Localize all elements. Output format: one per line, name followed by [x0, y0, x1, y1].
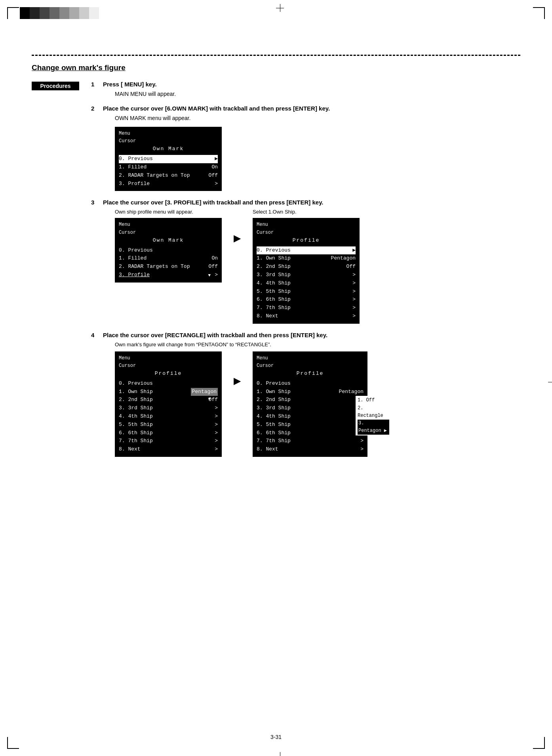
screen-2-right: Menu Cursor Profile 0. Previous ▶ 1. Own…	[253, 218, 360, 323]
screen-1-menu: Menu	[119, 130, 218, 137]
step-1-block: 1 Press [ MENU] key. MAIN MENU will appe…	[91, 81, 520, 97]
screen-1-row-2: 2. RADAR Targets on Top Off	[119, 172, 218, 180]
corner-bracket-br	[533, 737, 545, 749]
step-4-left-col: Menu Cursor Profile 0. Previous 1. Own S…	[115, 351, 222, 457]
step-4-sub: Own mark's figure will change from “PENT…	[115, 342, 520, 457]
screen-1-row-0: 0. Previous ▶	[119, 155, 218, 163]
step-3-sub-right: Select 1.Own Ship.	[253, 209, 360, 215]
screen-1-row-3: 3. Profile >	[119, 180, 218, 188]
step-3-left-col: Own ship profile menu will appear. Menu …	[115, 209, 222, 282]
step-1-sub: MAIN MENU will appear.	[115, 91, 520, 97]
step-3-block: 3 Place the cursor over [3. PROFILE] wit…	[91, 199, 520, 323]
step-3-right-col: Select 1.Own Ship. Menu Cursor Profile 0…	[253, 209, 360, 323]
step-4-block: 4 Place the cursor over [RECTANGLE] with…	[91, 332, 520, 457]
section-title: Change own mark's figure	[32, 63, 520, 72]
step-3-num: 3	[91, 199, 103, 206]
steps-area: 1 Press [ MENU] key. MAIN MENU will appe…	[91, 81, 520, 465]
screen-3-left: Menu Cursor Profile 0. Previous 1. Own S…	[115, 351, 222, 457]
step-2: 2 Place the cursor over [6.OWN MARK] wit…	[91, 105, 520, 112]
step-2-num: 2	[91, 105, 103, 112]
step-4-sub-text: Own mark's figure will change from “PENT…	[115, 342, 520, 347]
screen-1-cursor: Cursor	[119, 137, 218, 145]
step-4: 4 Place the cursor over [RECTANGLE] with…	[91, 332, 520, 338]
procedures-badge: Procedures	[32, 82, 79, 90]
corner-bracket-tr	[533, 7, 545, 19]
step-1-num: 1	[91, 81, 103, 88]
corner-bracket-bl	[7, 737, 19, 749]
screen-2-left: Menu Cursor Own Mark 0. Previous 1. Fill…	[115, 218, 222, 282]
arrow-step3: ▶	[234, 209, 241, 244]
step-4-num: 4	[91, 332, 103, 338]
step-2-sub: OWN MARK menu will appear.	[115, 115, 520, 121]
step-4-right-col: Menu Cursor Profile 0. Previous 1. Own S…	[253, 351, 367, 457]
step-3: 3 Place the cursor over [3. PROFILE] wit…	[91, 199, 520, 206]
step-1: 1 Press [ MENU] key.	[91, 81, 520, 88]
main-content: Change own mark's figure Procedures 1 Pr…	[32, 63, 520, 469]
step-3-subs: Own ship profile menu will appear. Menu …	[115, 209, 520, 323]
corner-bracket-tl	[7, 7, 19, 19]
grayscale-swatches	[20, 7, 99, 19]
arrow-step4: ▶	[234, 351, 241, 386]
page-number: 3-31	[270, 734, 282, 740]
step-3-text: Place the cursor over [3. PROFILE] with …	[103, 199, 324, 206]
step-2-block: 2 Place the cursor over [6.OWN MARK] wit…	[91, 105, 520, 191]
step-1-text: Press [ MENU] key.	[103, 81, 157, 88]
screen-1-wrap: Menu Cursor Own Mark 0. Previous ▶ 1. Fi…	[115, 127, 520, 191]
screen-1-row-1: 1. Filled On	[119, 163, 218, 172]
dashed-divider	[32, 55, 520, 56]
screen-3-right: Menu Cursor Profile 0. Previous 1. Own S…	[253, 351, 367, 457]
step-3-screens-row: Own ship profile menu will appear. Menu …	[115, 209, 520, 323]
step-4-screens-row: Menu Cursor Profile 0. Previous 1. Own S…	[115, 351, 520, 457]
screen-1: Menu Cursor Own Mark 0. Previous ▶ 1. Fi…	[115, 127, 222, 191]
step-2-text: Place the cursor over [6.OWN MARK] with …	[103, 105, 330, 112]
step-4-text: Place the cursor over [RECTANGLE] with t…	[103, 332, 327, 338]
step-3-sub-left: Own ship profile menu will appear.	[115, 209, 222, 215]
screen-1-title: Own Mark	[119, 145, 218, 153]
procedures-row: Procedures 1 Press [ MENU] key. MAIN MEN…	[32, 81, 520, 465]
